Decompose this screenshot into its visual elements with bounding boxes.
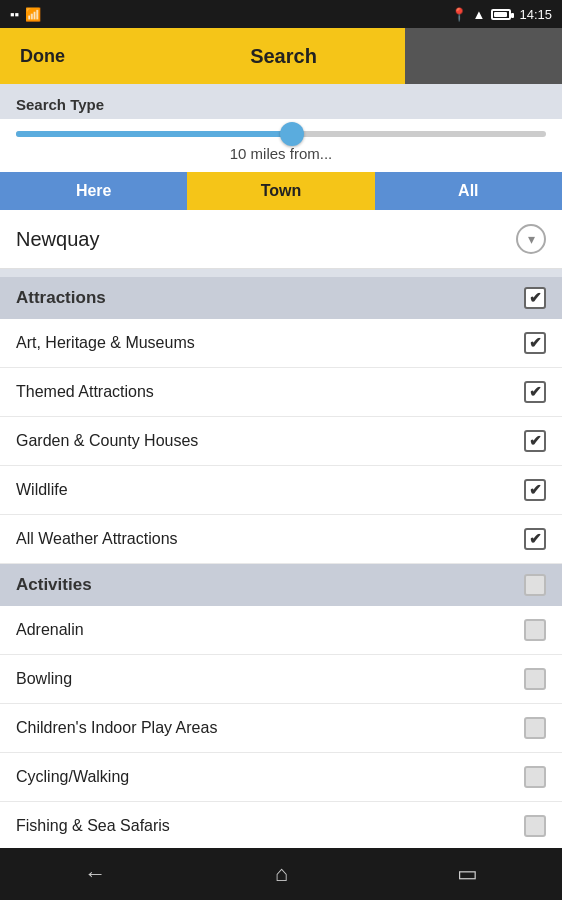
item-label-1-2: Children's Indoor Play Areas <box>16 719 217 737</box>
category-label-1: Activities <box>16 575 92 595</box>
list-item[interactable]: Garden & County Houses <box>0 417 562 466</box>
item-checkbox-0-3[interactable] <box>524 479 546 501</box>
status-bar-right: 📍 ▲ 14:15 <box>451 7 552 22</box>
item-label-0-4: All Weather Attractions <box>16 530 178 548</box>
list-item[interactable]: Wildlife <box>0 466 562 515</box>
list-item[interactable]: All Weather Attractions <box>0 515 562 564</box>
item-checkbox-0-1[interactable] <box>524 381 546 403</box>
signal-icon: ▪▪ <box>10 7 19 22</box>
item-checkbox-1-2[interactable] <box>524 717 546 739</box>
tab-all[interactable]: All <box>375 172 562 210</box>
content-area: Search Type 10 miles from... Here Town A… <box>0 84 562 848</box>
location-icon: 📍 <box>451 7 467 22</box>
item-checkbox-0-0[interactable] <box>524 332 546 354</box>
item-checkbox-1-1[interactable] <box>524 668 546 690</box>
nav-bar: ← ⌂ ▭ <box>0 848 562 900</box>
search-type-label: Search Type <box>0 84 562 119</box>
list-item[interactable]: Children's Indoor Play Areas <box>0 704 562 753</box>
tab-town[interactable]: Town <box>187 172 374 210</box>
item-checkbox-0-2[interactable] <box>524 430 546 452</box>
status-bar: ▪▪ 📶 📍 ▲ 14:15 <box>0 0 562 28</box>
item-checkbox-1-0[interactable] <box>524 619 546 641</box>
list-item[interactable]: Art, Heritage & Museums <box>0 319 562 368</box>
wifi-icon: 📶 <box>25 7 41 22</box>
wifi-status-icon: ▲ <box>473 7 486 22</box>
slider-thumb[interactable] <box>280 122 304 146</box>
item-label-1-0: Adrenalin <box>16 621 84 639</box>
categories-list: AttractionsArt, Heritage & MuseumsThemed… <box>0 277 562 848</box>
battery-icon <box>491 9 511 20</box>
item-label-1-3: Cycling/Walking <box>16 768 129 786</box>
home-button[interactable]: ⌂ <box>275 861 288 887</box>
item-label-0-2: Garden & County Houses <box>16 432 198 450</box>
top-bar: Done Search <box>0 28 562 84</box>
item-label-0-3: Wildlife <box>16 481 68 499</box>
slider-track[interactable] <box>16 131 546 137</box>
slider-label: 10 miles from... <box>16 145 546 162</box>
category-checkbox-0[interactable] <box>524 287 546 309</box>
location-value: Newquay <box>16 228 99 251</box>
slider-fill <box>16 131 292 137</box>
back-button[interactable]: ← <box>84 861 106 887</box>
item-label-0-1: Themed Attractions <box>16 383 154 401</box>
category-label-0: Attractions <box>16 288 106 308</box>
dropdown-icon[interactable]: ▾ <box>516 224 546 254</box>
tab-here[interactable]: Here <box>0 172 187 210</box>
item-checkbox-1-4[interactable] <box>524 815 546 837</box>
list-item[interactable]: Themed Attractions <box>0 368 562 417</box>
list-item[interactable]: Fishing & Sea Safaris <box>0 802 562 848</box>
list-item[interactable]: Bowling <box>0 655 562 704</box>
item-label-0-0: Art, Heritage & Museums <box>16 334 195 352</box>
search-tab-bar: Here Town All <box>0 172 562 210</box>
category-header-attractions[interactable]: Attractions <box>0 277 562 319</box>
item-checkbox-1-3[interactable] <box>524 766 546 788</box>
category-header-activities[interactable]: Activities <box>0 564 562 606</box>
status-bar-left: ▪▪ 📶 <box>10 7 41 22</box>
done-button[interactable]: Done <box>0 46 85 67</box>
list-item[interactable]: Adrenalin <box>0 606 562 655</box>
recent-button[interactable]: ▭ <box>457 861 478 887</box>
location-row[interactable]: Newquay ▾ <box>0 210 562 269</box>
list-item[interactable]: Cycling/Walking <box>0 753 562 802</box>
item-label-1-4: Fishing & Sea Safaris <box>16 817 170 835</box>
category-checkbox-1[interactable] <box>524 574 546 596</box>
clock: 14:15 <box>519 7 552 22</box>
page-title: Search <box>85 45 482 68</box>
item-label-1-1: Bowling <box>16 670 72 688</box>
slider-container: 10 miles from... <box>0 119 562 172</box>
item-checkbox-0-4[interactable] <box>524 528 546 550</box>
